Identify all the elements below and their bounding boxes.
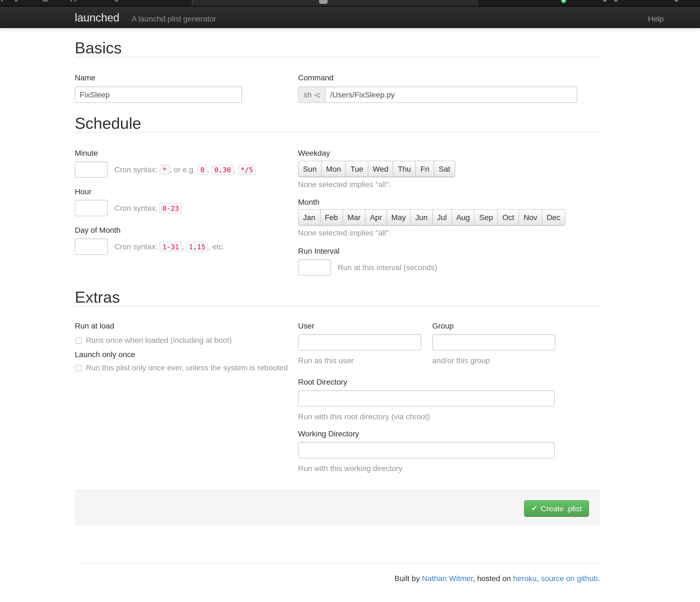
tab-text-fragment	[74, 0, 76, 2]
browser-chrome-strip	[0, 0, 700, 6]
footer-heroku-link[interactable]: heroku	[513, 574, 537, 583]
cron-code: 1-31	[160, 241, 182, 252]
month-button[interactable]: Nov	[519, 209, 542, 225]
footer-author-link[interactable]: Nathan Witmer	[422, 574, 473, 583]
working-directory-input[interactable]	[298, 442, 555, 458]
month-button-group: JanFebMarAprMayJunJulAugSepOctNovDec	[298, 209, 565, 225]
month-button[interactable]: Dec	[542, 209, 565, 225]
tab-text-fragment	[1, 0, 3, 2]
month-button[interactable]: Aug	[451, 209, 475, 225]
brand-link[interactable]: launched	[75, 11, 119, 24]
create-plist-button[interactable]: ✔ Create .plist	[524, 500, 589, 516]
run-interval-hint: Run at this interval (seconds)	[338, 263, 438, 272]
chevron-icon	[675, 0, 678, 2]
minute-input[interactable]	[75, 161, 108, 178]
footer-text: Built by	[395, 574, 422, 583]
run-at-load-checkbox-label: Runs once when loaded (including at boot…	[86, 336, 232, 344]
month-button[interactable]: Oct	[497, 209, 519, 225]
tab-text-fragment	[115, 0, 118, 2]
weekday-button[interactable]: Sun	[298, 161, 322, 177]
user-hint: Run as this user	[298, 356, 421, 365]
user-label: User	[298, 322, 421, 330]
user-input[interactable]	[298, 334, 421, 351]
month-button[interactable]: Jul	[432, 209, 452, 225]
day-of-month-label: Day of Month	[75, 226, 298, 235]
section-title-basics: Basics	[75, 40, 600, 57]
section-title-extras: Extras	[75, 289, 600, 306]
month-button[interactable]: May	[386, 209, 411, 225]
create-plist-label: Create .plist	[541, 504, 582, 512]
cron-code: 1,15	[186, 241, 208, 252]
footer-text: , hosted on	[473, 574, 513, 583]
day-of-month-cron-hint: Cron syntax: 1-31, 1,15, etc.	[115, 242, 225, 251]
section-title-schedule: Schedule	[75, 115, 600, 132]
month-button[interactable]: Sep	[474, 209, 498, 225]
tab-favicon-fragment	[319, 0, 328, 4]
extras-row: Run at load Runs once when loaded (inclu…	[75, 307, 600, 473]
schedule-row: Minute Cron syntax: *, or e.g. 0, 0,30, …	[75, 133, 600, 276]
weekday-button[interactable]: Thu	[393, 161, 416, 177]
cron-code: *	[160, 164, 169, 175]
footer: Built by Nathan Witmer, hosted on heroku…	[75, 574, 600, 602]
user-group-row: User Run as this user Group and/or this …	[298, 322, 600, 365]
name-input[interactable]	[75, 87, 242, 103]
help-link[interactable]: Help	[648, 14, 664, 23]
form-actions-well: ✔ Create .plist	[75, 490, 600, 526]
navbar: launched A launchd.plist generator Help	[0, 6, 700, 28]
footer-text: .	[598, 574, 600, 583]
cron-code: 0-23	[160, 203, 182, 213]
month-label: Month	[298, 198, 600, 206]
launch-only-once-checkbox[interactable]	[75, 365, 82, 371]
month-button[interactable]: Jan	[298, 209, 320, 225]
weekday-button[interactable]: Fri	[416, 161, 434, 177]
weekday-button-group: SunMonTueWedThuFriSat	[298, 161, 455, 177]
root-directory-label: Root Directory	[298, 378, 600, 386]
run-at-load-checkbox[interactable]	[75, 337, 82, 344]
hour-input[interactable]	[75, 200, 108, 216]
command-label: Command	[298, 74, 600, 82]
command-input-group: sh -c	[298, 87, 577, 103]
weekday-hint: None selected implies "all".	[298, 180, 600, 189]
month-button[interactable]: Mar	[342, 209, 366, 225]
command-input[interactable]	[325, 87, 577, 103]
toolbar-fragment	[478, 0, 700, 6]
cron-code: 0	[198, 164, 207, 175]
section-divider	[75, 57, 600, 57]
group-hint: and/or this group	[432, 356, 555, 365]
hour-cron-hint: Cron syntax, 0-23	[115, 203, 182, 213]
group-input[interactable]	[432, 334, 555, 351]
footer-divider	[75, 563, 600, 563]
month-button[interactable]: Apr	[365, 209, 387, 225]
cron-code: 0,30	[211, 164, 233, 175]
month-button[interactable]: Jun	[410, 209, 432, 225]
footer-github-link[interactable]: source on github	[541, 574, 598, 583]
minute-cron-hint: Cron syntax: *, or e.g. 0, 0,30, */5	[115, 165, 256, 174]
footer-text: ,	[537, 574, 541, 583]
run-interval-input[interactable]	[298, 259, 331, 276]
launch-only-once-checkbox-label: Run this plist only once ever, unless th…	[86, 364, 288, 372]
command-prefix-addon: sh -c	[298, 87, 325, 103]
app-tagline: A launchd.plist generator	[131, 14, 216, 23]
weekday-button[interactable]: Mon	[321, 161, 346, 177]
tab-text-fragment	[70, 0, 72, 2]
day-of-month-input[interactable]	[75, 238, 108, 255]
basics-row: Name Command sh -c	[75, 74, 600, 103]
root-directory-input[interactable]	[298, 390, 555, 407]
weekday-label: Weekday	[298, 149, 600, 158]
tab-text-fragment	[43, 0, 48, 2]
name-label: Name	[75, 74, 298, 82]
month-hint: None selected implies "all".	[298, 228, 600, 237]
root-directory-hint: Run with this root directory (via chroot…	[298, 412, 600, 421]
working-directory-hint: Run with this working directory	[298, 464, 600, 473]
weekday-button[interactable]: Sat	[434, 161, 455, 177]
tab-text-fragment	[15, 0, 18, 2]
run-at-load-label: Run at load	[75, 322, 298, 330]
active-tab-fragment	[192, 0, 478, 6]
chevron-icon	[603, 0, 606, 2]
cron-code: */5	[238, 164, 256, 175]
weekday-button[interactable]: Wed	[368, 161, 394, 177]
weekday-button[interactable]: Tue	[345, 161, 368, 177]
checkmark-icon: ✔	[531, 504, 538, 512]
month-button[interactable]: Feb	[320, 209, 343, 225]
working-directory-label: Working Directory	[298, 430, 600, 438]
